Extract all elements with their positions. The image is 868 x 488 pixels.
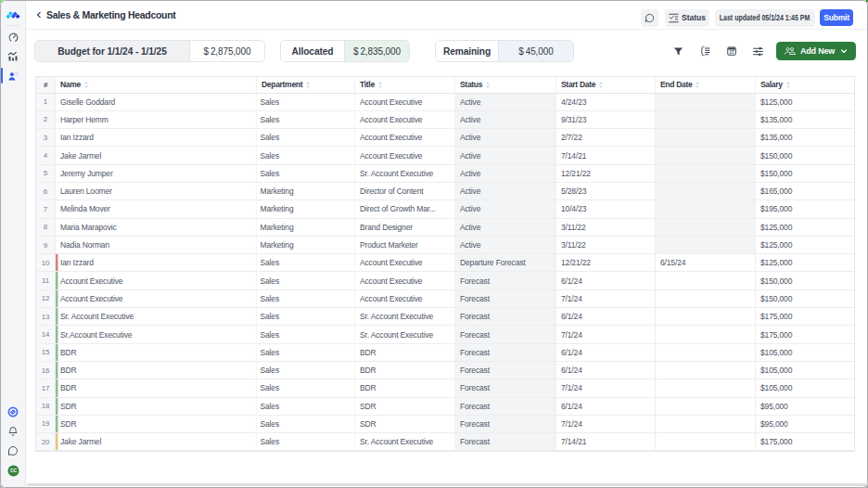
svg-text:17: 17	[729, 50, 734, 55]
svg-text:CC: CC	[9, 468, 17, 473]
